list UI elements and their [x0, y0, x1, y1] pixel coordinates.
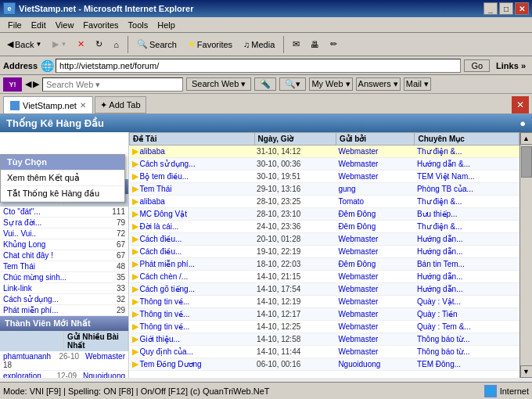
- main-content: Thống Kê Hàng Đầu ● Tùy Chọn Xem thêm Kế…: [0, 114, 532, 382]
- list-item: Link-link 33: [0, 283, 128, 294]
- post-link[interactable]: Thông tin về...: [140, 322, 190, 331]
- go-button[interactable]: Go: [464, 59, 490, 72]
- post-user: Webmaster: [336, 308, 415, 321]
- hot-link[interactable]: Tem Thái: [3, 262, 117, 271]
- hot-link[interactable]: Cách sử dụng...: [3, 295, 117, 304]
- stop-button[interactable]: ✕: [74, 37, 88, 52]
- post-link[interactable]: Bộ tem điều...: [140, 172, 189, 181]
- table-row: ▶alibaba 28-10, 23:25 Tomato Thư điện &.…: [130, 196, 519, 208]
- post-date: 18-10, 22:03: [254, 258, 336, 271]
- scroll-thumb[interactable]: [521, 146, 532, 178]
- close-button[interactable]: ✕: [515, 2, 529, 15]
- hot-link[interactable]: Sự ra đời...: [3, 218, 117, 227]
- post-date: 31-10, 14:12: [254, 146, 336, 158]
- search-web-button[interactable]: Search Web ▾: [186, 77, 251, 91]
- post-link[interactable]: Quy định của...: [140, 347, 193, 356]
- hot-link[interactable]: Link-link: [3, 284, 117, 293]
- list-item: Chat chit đây ! 67: [0, 250, 128, 261]
- address-input[interactable]: [56, 59, 461, 73]
- menu-tools[interactable]: Tools: [124, 19, 153, 31]
- post-link[interactable]: Tem Đồng Dương: [140, 360, 202, 368]
- post-link[interactable]: alibaba: [140, 197, 165, 206]
- title-bar-buttons[interactable]: _ □ ✕: [483, 2, 529, 15]
- post-link[interactable]: Thông tin về...: [140, 297, 190, 306]
- toolbar: ◀ Back ▼ ▶ ▼ ✕ ↻ ⌂ 🔍 Search ★ Favorites …: [0, 33, 532, 56]
- zone-label: Internet: [500, 386, 529, 396]
- menu-favorites[interactable]: Favorites: [78, 19, 123, 31]
- menu-edit[interactable]: Edit: [27, 19, 51, 31]
- post-link[interactable]: MC Đông Vật: [140, 210, 187, 218]
- home-button[interactable]: ⌂: [110, 38, 123, 52]
- member-link[interactable]: exploration: [3, 372, 56, 378]
- hot-link[interactable]: Chúc mừng sinh...: [3, 273, 117, 282]
- folder-icon: ▶: [132, 234, 138, 243]
- post-cat: Quày : Tem &...: [415, 321, 519, 333]
- mail-button[interactable]: ✉: [289, 37, 304, 52]
- hot-link[interactable]: Chat chit đây !: [3, 251, 117, 260]
- minimize-button[interactable]: _: [483, 2, 498, 15]
- menu-help[interactable]: Help: [153, 19, 180, 31]
- links-button[interactable]: Links »: [493, 60, 529, 71]
- hot-link[interactable]: Vui.. Vui..: [3, 229, 117, 238]
- scroll-down-button[interactable]: ▼: [520, 365, 533, 378]
- post-link[interactable]: Cách điều...: [140, 235, 182, 243]
- forum-content: Tùy Chọn Xem thêm Kết quả Tắt Thống kê H…: [0, 132, 532, 378]
- post-user: Webmaster: [336, 146, 415, 158]
- media-button[interactable]: ♫ Media: [239, 38, 279, 52]
- edit-button[interactable]: ✏: [326, 37, 341, 52]
- tab-bar-close-button[interactable]: ✕: [512, 96, 529, 113]
- tuychon-item-more[interactable]: Xem thêm Kết quả: [1, 171, 124, 186]
- post-date: 19-10, 22:19: [254, 246, 336, 258]
- folder-icon: ▶: [132, 347, 138, 356]
- menu-file[interactable]: File: [3, 19, 27, 31]
- search-button[interactable]: 🔍 Search: [133, 37, 181, 52]
- menu-view[interactable]: View: [51, 19, 79, 31]
- post-link[interactable]: Đời là cái...: [140, 222, 179, 231]
- favorites-button[interactable]: ★ Favorites: [184, 37, 236, 52]
- title-bar: e VietStamp.net - Microsoft Internet Exp…: [0, 0, 532, 17]
- forum-close-icon[interactable]: ●: [519, 117, 526, 129]
- search-bar: Y! ◀ ▶ Search Web ▾ 🔦 🔍▾ My Web ▾ Answer…: [0, 75, 532, 94]
- hot-link[interactable]: Khủng Long: [3, 240, 117, 249]
- hot-link[interactable]: Cto "đát"...: [3, 207, 112, 216]
- folder-icon: ▶: [132, 184, 138, 193]
- status-zone: 🌐 Internet: [484, 385, 529, 397]
- add-tab-button[interactable]: ✦ Add Tab: [95, 96, 146, 113]
- search-extra-button[interactable]: 🔍▾: [279, 77, 306, 91]
- highlight-button[interactable]: 🔦: [254, 77, 276, 91]
- poster-link[interactable]: Webmaster: [85, 352, 125, 361]
- tab-vietstamp[interactable]: VietStamp.net ✕: [3, 96, 93, 113]
- folder-icon: ▶: [132, 284, 138, 293]
- post-link[interactable]: Thông tin về...: [140, 310, 190, 318]
- hot-link[interactable]: Phát miễn phí...: [3, 306, 117, 315]
- post-link[interactable]: Cách sử dụng...: [140, 160, 196, 168]
- post-cat: Hướng dẫn...: [415, 246, 519, 258]
- scroll-up-button[interactable]: ▲: [520, 132, 533, 145]
- post-link[interactable]: Giới thiệu...: [140, 335, 180, 343]
- address-bar: Address 🌐 Go Links »: [0, 56, 532, 75]
- answers-button[interactable]: Answers ▾: [356, 77, 401, 91]
- tab-close-icon[interactable]: ✕: [80, 101, 86, 110]
- post-link[interactable]: Phát miễn phí...: [140, 260, 195, 268]
- member-link[interactable]: phamtuananh: [3, 352, 59, 361]
- search-input[interactable]: [42, 77, 183, 92]
- post-link[interactable]: Cách điều...: [140, 247, 182, 256]
- mail-icon: ✉: [293, 39, 300, 49]
- post-link[interactable]: Cách gõ tiếng...: [140, 285, 195, 293]
- post-cat: Thông báo từ...: [415, 333, 519, 346]
- mail-search-button[interactable]: Mail ▾: [404, 77, 431, 91]
- scroll-track[interactable]: [520, 145, 532, 365]
- print-button[interactable]: 🖶: [307, 38, 323, 52]
- forward-button[interactable]: ▶ ▼: [49, 37, 70, 52]
- maximize-button[interactable]: □: [499, 2, 513, 15]
- right-panel: Đề Tài Ngày, Giờ Gửi bởi Chuyên Mục ▶ali…: [129, 132, 519, 378]
- myweb-button[interactable]: My Web ▾: [309, 77, 352, 91]
- poster-link[interactable]: Nguoiduong: [83, 372, 125, 378]
- post-link[interactable]: Tem Thái: [140, 185, 172, 193]
- post-link[interactable]: alibaba: [140, 147, 165, 156]
- refresh-button[interactable]: ↻: [92, 37, 106, 52]
- back-button[interactable]: ◀ Back ▼: [3, 37, 45, 52]
- tuychon-item-off[interactable]: Tắt Thống kê Hàng đầu: [1, 186, 124, 202]
- post-link[interactable]: Cách chèn /...: [140, 272, 189, 281]
- scrollbar[interactable]: ▲ ▼: [519, 132, 532, 378]
